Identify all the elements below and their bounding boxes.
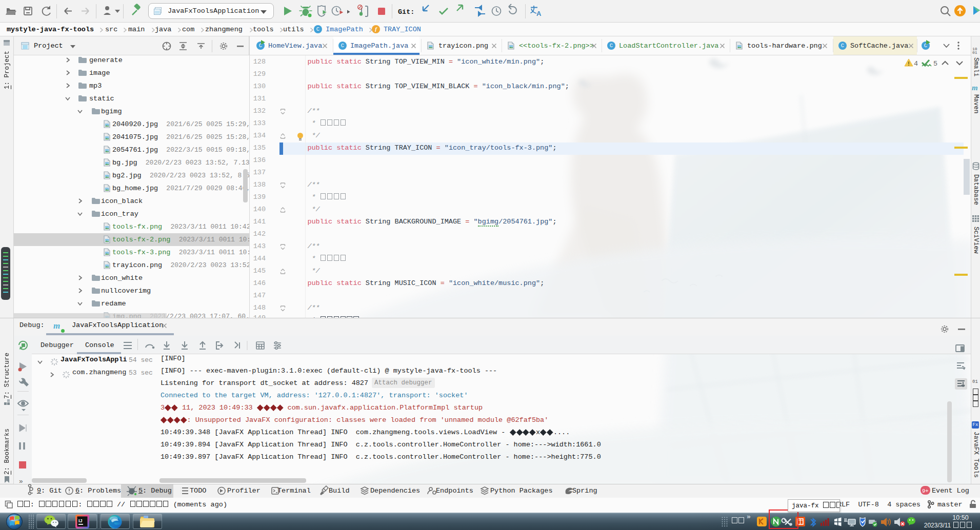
- svg-text:4: 4: [914, 60, 918, 68]
- svg-text:9+: 9+: [922, 488, 929, 494]
- svg-text:A: A: [536, 10, 542, 17]
- svg-text:IJ: IJ: [78, 518, 83, 523]
- svg-text:5: 5: [933, 60, 937, 68]
- svg-text:Git:: Git:: [398, 8, 414, 16]
